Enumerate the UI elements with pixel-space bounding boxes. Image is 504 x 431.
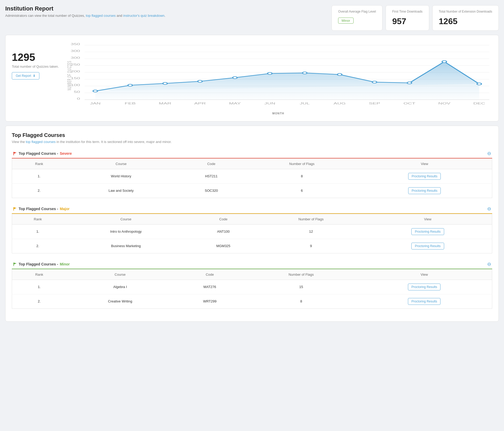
page-title: Institution Report bbox=[5, 5, 332, 12]
chart-x-label: MONTH bbox=[64, 112, 492, 115]
major-collapse-button[interactable]: ⊖ bbox=[487, 206, 491, 211]
total-downloads-label: Total Number of Extension Downloads bbox=[439, 10, 492, 14]
flag-level-badge: Minor bbox=[338, 18, 354, 24]
svg-point-21 bbox=[93, 90, 97, 92]
svg-rect-50 bbox=[13, 263, 14, 266]
quiz-breakdown-link[interactable]: instructor's quiz breakdown bbox=[123, 14, 164, 18]
major-col-view: View bbox=[364, 214, 492, 224]
quiz-chart-container: 350 300 300 250 200 150 100 50 0 NUMBER … bbox=[64, 41, 492, 115]
severe-col-view: View bbox=[357, 158, 492, 169]
cell-course: World History bbox=[66, 169, 176, 183]
stats-cards: Overall Average Flag Level Minor First T… bbox=[332, 5, 499, 31]
table-row: 2. Creative Writing WRT299 8 Proctoring … bbox=[12, 294, 492, 308]
proctoring-results-button[interactable]: Proctoring Results bbox=[408, 298, 440, 305]
severe-col-code: Code bbox=[176, 158, 247, 169]
minor-group: Top Flagged Courses - Minor ⊖ Rank Cours… bbox=[12, 260, 492, 309]
total-downloads-value: 1265 bbox=[439, 17, 492, 26]
quiz-chart-card: 1295 Total number of Quizzes taken. Get … bbox=[5, 35, 499, 121]
major-group: Top Flagged Courses - Major ⊖ Rank Cours… bbox=[12, 204, 492, 253]
severe-group: Top Flagged Courses - Severe ⊖ Rank Cour… bbox=[12, 149, 492, 198]
minor-collapse-button[interactable]: ⊖ bbox=[487, 262, 491, 267]
svg-text:100: 100 bbox=[71, 84, 80, 87]
svg-marker-20 bbox=[95, 62, 479, 100]
svg-text:NUMBER OF QUIZZES: NUMBER OF QUIZZES bbox=[66, 61, 72, 90]
cell-rank: 1. bbox=[12, 280, 66, 294]
severe-severity: Severe bbox=[60, 151, 72, 156]
svg-point-24 bbox=[198, 80, 202, 82]
major-col-course: Course bbox=[64, 214, 188, 224]
table-row: 1. Intro to Anthropology ANT100 12 Proct… bbox=[12, 224, 492, 239]
cell-code: MAT276 bbox=[174, 280, 246, 294]
svg-text:300: 300 bbox=[71, 56, 80, 59]
section-subtitle: View the top flagged courses in the inst… bbox=[12, 140, 492, 144]
cell-code: SOC320 bbox=[176, 183, 247, 198]
cell-code: ANT100 bbox=[188, 224, 258, 239]
table-row: 1. Algebra I MAT276 15 Proctoring Result… bbox=[12, 280, 492, 294]
svg-text:300: 300 bbox=[71, 50, 80, 52]
major-label: Top Flagged Courses - bbox=[19, 207, 58, 211]
flag-level-card: Overall Average Flag Level Minor bbox=[332, 5, 382, 31]
proctoring-results-button[interactable]: Proctoring Results bbox=[408, 173, 441, 180]
svg-point-26 bbox=[267, 72, 272, 75]
cell-flags: 9 bbox=[258, 239, 364, 253]
proctoring-results-button[interactable]: Proctoring Results bbox=[411, 228, 444, 235]
section-title: Top Flagged Courses bbox=[12, 132, 492, 138]
major-group-header: Top Flagged Courses - Major ⊖ bbox=[12, 204, 492, 214]
flag-icon-major bbox=[13, 207, 17, 211]
proctoring-results-button[interactable]: Proctoring Results bbox=[408, 187, 441, 194]
quiz-count: 1295 bbox=[12, 52, 64, 62]
svg-point-28 bbox=[337, 73, 342, 76]
svg-text:NOV: NOV bbox=[438, 102, 451, 105]
cell-course: Creative Writing bbox=[66, 294, 174, 308]
severe-group-title: Top Flagged Courses - Severe bbox=[13, 151, 72, 156]
svg-marker-49 bbox=[14, 207, 17, 209]
severe-table: Rank Course Code Number of Flags View 1.… bbox=[12, 158, 492, 198]
table-row: 2. Law and Society SOC320 6 Proctoring R… bbox=[12, 183, 492, 198]
quiz-count-label: Total number of Quizzes taken. bbox=[12, 65, 64, 68]
top-flagged-link[interactable]: top flagged courses bbox=[86, 14, 116, 18]
svg-text:50: 50 bbox=[74, 91, 80, 93]
svg-point-32 bbox=[477, 83, 481, 85]
first-downloads-label: First Time Downloads bbox=[392, 10, 422, 14]
cell-view: Proctoring Results bbox=[356, 280, 492, 294]
proctoring-results-button[interactable]: Proctoring Results bbox=[411, 243, 444, 249]
svg-text:OCT: OCT bbox=[403, 102, 415, 105]
cell-course: Law and Society bbox=[66, 183, 176, 198]
svg-text:SEP: SEP bbox=[369, 102, 380, 105]
minor-group-header: Top Flagged Courses - Minor ⊖ bbox=[12, 260, 492, 269]
cell-code: HST211 bbox=[176, 169, 247, 183]
major-table-header: Rank Course Code Number of Flags View bbox=[12, 214, 492, 224]
svg-text:150: 150 bbox=[71, 77, 80, 80]
cell-view: Proctoring Results bbox=[364, 239, 492, 253]
cell-course: Algebra I bbox=[66, 280, 174, 294]
svg-text:JUN: JUN bbox=[264, 102, 275, 105]
proctoring-results-button[interactable]: Proctoring Results bbox=[408, 284, 440, 290]
top-flagged-courses-link[interactable]: top flagged courses bbox=[26, 140, 55, 144]
cell-view: Proctoring Results bbox=[356, 294, 492, 308]
svg-marker-51 bbox=[14, 263, 17, 264]
svg-rect-48 bbox=[13, 207, 14, 211]
cell-flags: 8 bbox=[246, 294, 356, 308]
svg-text:0: 0 bbox=[77, 97, 80, 100]
severe-group-header: Top Flagged Courses - Severe ⊖ bbox=[12, 149, 492, 158]
svg-text:FEB: FEB bbox=[125, 102, 136, 105]
get-report-button[interactable]: Get Report ⬇ bbox=[12, 72, 39, 79]
cell-code: WRT299 bbox=[174, 294, 246, 308]
minor-table: Rank Course Code Number of Flags View 1.… bbox=[12, 269, 492, 309]
svg-text:350: 350 bbox=[71, 43, 80, 46]
severe-collapse-button[interactable]: ⊖ bbox=[487, 151, 491, 156]
major-col-code: Code bbox=[188, 214, 258, 224]
svg-text:MAY: MAY bbox=[229, 102, 241, 105]
get-report-label: Get Report bbox=[16, 74, 31, 78]
page-subtitle: Administrators can view the total number… bbox=[5, 14, 332, 18]
cell-rank: 2. bbox=[12, 294, 66, 308]
svg-point-22 bbox=[128, 84, 132, 86]
minor-group-title: Top Flagged Courses - Minor bbox=[13, 262, 70, 266]
minor-col-code: Code bbox=[174, 269, 246, 280]
svg-text:MAR: MAR bbox=[159, 102, 171, 105]
svg-text:JUL: JUL bbox=[300, 102, 310, 105]
download-icon: ⬇ bbox=[33, 74, 35, 78]
svg-rect-46 bbox=[13, 152, 14, 155]
flag-icon-minor bbox=[13, 262, 17, 266]
cell-view: Proctoring Results bbox=[357, 183, 492, 198]
